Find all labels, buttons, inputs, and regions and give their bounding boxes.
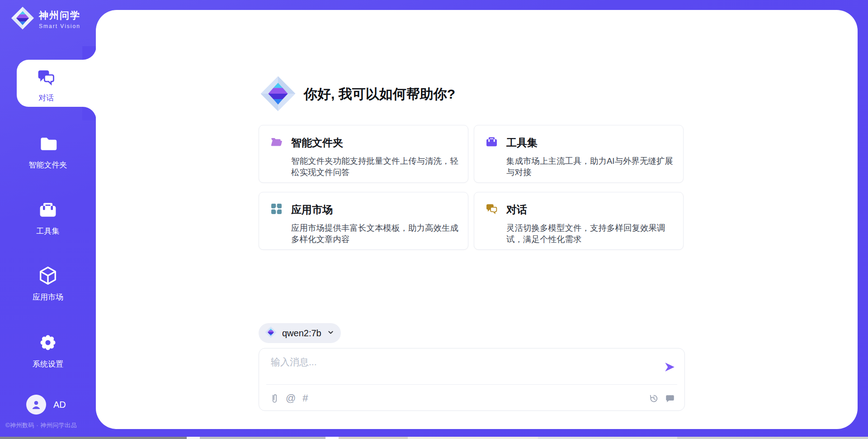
sidebar-item-label: 工具集 (37, 226, 60, 236)
card-title: 工具集 (506, 136, 538, 150)
tab-fillet-top (82, 46, 96, 60)
brand-subtitle: Smart Vision (39, 23, 80, 29)
card-description: 灵活切换多模型文件，支持多样回复效果调试，满足个性化需求 (506, 222, 679, 245)
user-initials: AD (53, 400, 66, 410)
avatar (26, 395, 46, 415)
feature-card-app-market[interactable]: 应用市场 应用市场提供丰富长文本模板，助力高效生成多样化文章内容 (259, 192, 468, 250)
sidebar-item-label: 智能文件夹 (29, 160, 67, 170)
message-input[interactable] (271, 356, 660, 381)
brand-diamond-icon (11, 6, 34, 32)
model-selector[interactable]: qwen2:7b (259, 323, 341, 343)
composer-divider (266, 384, 677, 385)
chevron-down-icon (327, 329, 335, 338)
chat-icon (485, 202, 498, 217)
sidebar-item-label: 对话 (38, 93, 54, 103)
feature-card-smart-folder[interactable]: 智能文件夹 智能文件夹功能支持批量文件上传与清洗，轻松实现文件问答 (259, 125, 468, 183)
model-diamond-icon (265, 326, 277, 340)
history-icon[interactable] (649, 394, 658, 403)
card-title: 智能文件夹 (291, 136, 343, 150)
card-description: 智能文件夹功能支持批量文件上传与清洗，轻松实现文件问答 (291, 155, 464, 178)
greeting-title: 你好, 我可以如何帮助你? (304, 85, 455, 104)
mention-icon[interactable]: @ (286, 392, 296, 404)
model-name: qwen2:7b (282, 328, 321, 339)
toolbox-icon (38, 200, 58, 222)
send-button[interactable] (664, 361, 675, 373)
card-title: 应用市场 (291, 203, 333, 217)
chat-icon (36, 67, 56, 89)
card-description: 应用市场提供丰富长文本模板，助力高效生成多样化文章内容 (291, 222, 464, 245)
sidebar-item-smart-folder[interactable]: 智能文件夹 (0, 134, 96, 170)
topic-icon[interactable]: # (302, 392, 308, 404)
feature-card-chat[interactable]: 对话 灵活切换多模型文件，支持多样回复效果调试，满足个性化需求 (474, 192, 684, 250)
copyright-footer: ©神州数码 · 神州问学出品 (5, 421, 96, 429)
attach-file-icon[interactable] (270, 392, 279, 404)
sidebar-item-toolset[interactable]: 工具集 (0, 200, 96, 236)
main-panel: 你好, 我可以如何帮助你? 智能文件夹 智能文件夹功能支持批量文件上传与清洗，轻… (96, 10, 858, 429)
folder-icon (38, 134, 58, 156)
sidebar-item-app-market[interactable]: 应用市场 (0, 265, 96, 302)
grid-icon (270, 202, 283, 217)
message-composer: @ # (259, 348, 685, 411)
sidebar-item-settings[interactable]: 系统设置 (0, 332, 96, 369)
sidebar-item-label: 系统设置 (33, 359, 63, 369)
feature-card-toolset[interactable]: 工具集 集成市场上主流工具，助力AI与外界无缝扩展与对接 (474, 125, 684, 183)
tab-fillet-bottom (82, 107, 96, 120)
briefcase-icon (485, 135, 498, 150)
sidebar-item-label: 应用市场 (33, 292, 63, 302)
card-title: 对话 (506, 203, 527, 217)
user-profile[interactable]: AD (26, 395, 66, 415)
taskbar-edge (0, 437, 868, 439)
brand-logo: 神州问学 Smart Vision (11, 6, 80, 32)
brand-name: 神州问学 (39, 9, 80, 22)
cube-icon (38, 265, 58, 288)
greeting-diamond-icon (260, 76, 296, 114)
folder-open-icon (270, 135, 283, 150)
card-description: 集成市场上主流工具，助力AI与外界无缝扩展与对接 (506, 155, 679, 178)
sidebar-item-chat[interactable]: 对话 (17, 60, 97, 107)
gear-icon (38, 332, 58, 355)
chat-bubble-icon[interactable] (665, 394, 675, 403)
app-window: 神州问学 Smart Vision 对话 (0, 0, 868, 439)
